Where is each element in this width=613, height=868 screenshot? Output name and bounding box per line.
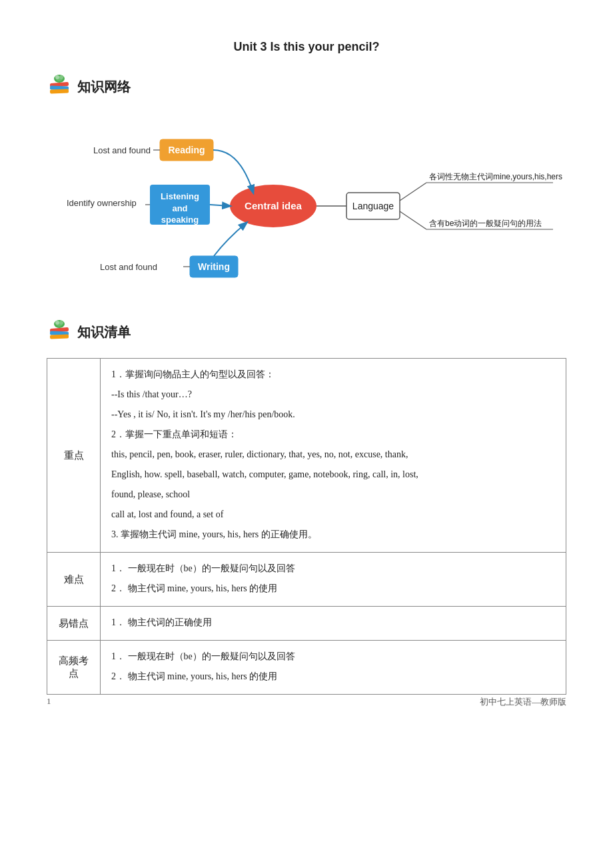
mindmap-container: Central idea Language 各词性无物主代词mine,yours… bbox=[47, 113, 566, 299]
page: Unit 3 Is this your pencil? 知识网络 bbox=[0, 0, 613, 735]
table-row: 易错点 1． 物主代词的正确使用 bbox=[47, 607, 566, 641]
section2-header: 知识清单 bbox=[47, 319, 566, 345]
content-zhongdian: 1．掌握询问物品主人的句型以及回答： --Is this /that your…… bbox=[101, 359, 566, 553]
svg-text:Lost and found: Lost and found bbox=[93, 145, 151, 155]
svg-point-38 bbox=[59, 321, 63, 325]
mindmap-svg: Central idea Language 各词性无物主代词mine,yours… bbox=[47, 113, 566, 299]
footer: 1 初中七上英语—教师版 bbox=[0, 696, 613, 708]
svg-line-15 bbox=[400, 211, 426, 229]
section2-title: 知识清单 bbox=[77, 323, 131, 341]
page-number: 1 bbox=[47, 696, 51, 708]
content-nandian: 1． 一般现在时（be）的一般疑问句以及回答 2． 物主代词 mine, you… bbox=[101, 553, 566, 607]
svg-text:Lost and found: Lost and found bbox=[100, 262, 157, 272]
svg-point-6 bbox=[55, 75, 59, 79]
content-gaopinkao: 1． 一般现在时（be）的一般疑问句以及回答 2． 物主代词 mine, you… bbox=[101, 641, 566, 695]
knowledge-table: 重点 1．掌握询问物品主人的句型以及回答： --Is this /that yo… bbox=[47, 358, 566, 695]
svg-text:Central idea: Central idea bbox=[245, 200, 303, 211]
section1-title: 知识网络 bbox=[77, 78, 131, 96]
label-yicuodian: 易错点 bbox=[47, 607, 101, 641]
page-title: Unit 3 Is this your pencil? bbox=[47, 40, 566, 54]
svg-text:and: and bbox=[172, 203, 187, 213]
label-gaopinkao: 高频考点 bbox=[47, 641, 101, 695]
svg-text:speaking: speaking bbox=[161, 215, 199, 225]
section1-icon bbox=[47, 74, 72, 99]
svg-point-5 bbox=[59, 75, 63, 79]
svg-line-12 bbox=[400, 183, 426, 201]
svg-line-28 bbox=[210, 205, 230, 206]
svg-text:Writing: Writing bbox=[198, 261, 230, 272]
svg-rect-3 bbox=[50, 89, 69, 94]
table-row: 难点 1． 一般现在时（be）的一般疑问句以及回答 2． 物主代词 mine, … bbox=[47, 553, 566, 607]
svg-text:各词性无物主代词mine,yours,his,hers: 各词性无物主代词mine,yours,his,hers bbox=[429, 172, 562, 181]
svg-point-39 bbox=[55, 321, 59, 325]
svg-text:Reading: Reading bbox=[168, 145, 205, 155]
knowledge-section: 知识清单 重点 1．掌握询问物品主人的句型以及回答： --Is this /th… bbox=[47, 319, 566, 695]
svg-text:Language: Language bbox=[352, 201, 394, 211]
table-row: 高频考点 1． 一般现在时（be）的一般疑问句以及回答 2． 物主代词 mine… bbox=[47, 641, 566, 695]
svg-text:含有be动词的一般疑问句的用法: 含有be动词的一般疑问句的用法 bbox=[429, 219, 542, 228]
svg-text:Listening: Listening bbox=[161, 191, 199, 201]
section1-header: 知识网络 bbox=[47, 74, 566, 99]
svg-rect-36 bbox=[50, 335, 69, 339]
footer-text: 初中七上英语—教师版 bbox=[480, 696, 566, 708]
label-nandian: 难点 bbox=[47, 553, 101, 607]
label-zhongdian: 重点 bbox=[47, 359, 101, 553]
content-yicuodian: 1． 物主代词的正确使用 bbox=[101, 607, 566, 641]
section2-icon bbox=[47, 319, 72, 345]
svg-text:Identify ownership: Identify ownership bbox=[67, 198, 137, 208]
table-row: 重点 1．掌握询问物品主人的句型以及回答： --Is this /that yo… bbox=[47, 359, 566, 553]
